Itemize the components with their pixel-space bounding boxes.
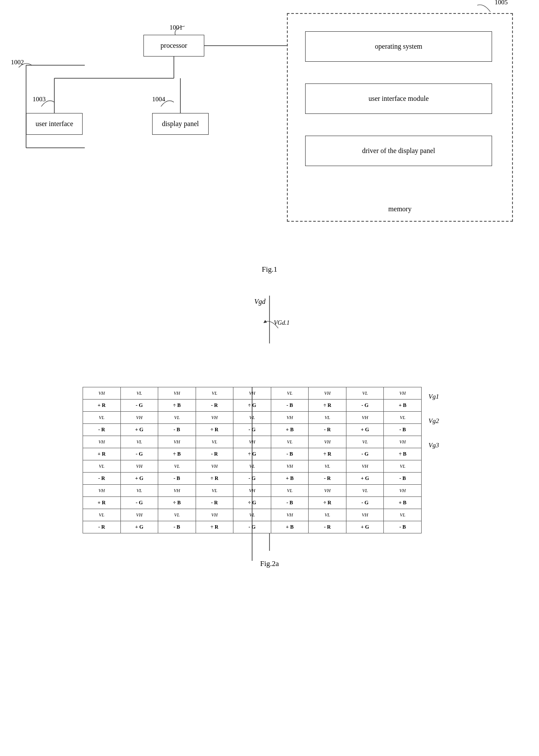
- grid-cell: VH: [83, 387, 121, 400]
- grid-cell: VH: [346, 412, 384, 424]
- grid-cell: VL: [120, 436, 158, 448]
- vh-row: VLVHVLVHVLVHVLVHVL: [83, 412, 422, 424]
- memory-label: memory: [288, 205, 512, 213]
- grid-cell: VH: [196, 509, 233, 521]
- grid-cell: + B: [271, 473, 309, 485]
- data-row: - R+ G- B÷ R- G+ B- R+ G- B: [83, 521, 422, 533]
- grid-cell: - B: [384, 521, 422, 533]
- grid-cell: VL: [233, 509, 271, 521]
- grid-cell: VH: [384, 485, 422, 497]
- grid-cell: ÷ G: [233, 400, 271, 412]
- grid-cell: - B: [271, 497, 309, 509]
- grid-cell: + B: [271, 424, 309, 436]
- fig2-diagram: Vgd VGd.1 VHVLVHVLVHVLVHVLVH+ R- G÷ B- R…: [0, 283, 539, 581]
- data-row: + R- G÷ B- R÷ G- B÷ R- G÷ B: [83, 448, 422, 460]
- driver-label: driver of the display panel: [362, 147, 435, 155]
- grid-cell: VL: [196, 387, 233, 400]
- grid-cell: - B: [384, 473, 422, 485]
- os-box: operating system: [305, 31, 492, 62]
- grid-cell: VL: [271, 387, 309, 400]
- user-interface-label: user interface: [36, 120, 73, 128]
- grid-cell: ÷ R: [309, 448, 346, 460]
- data-row: - R+ G- B÷ R- G+ B- R+ G- B: [83, 424, 422, 436]
- grid-cell: VL: [158, 412, 196, 424]
- grid-cell: VL: [346, 436, 384, 448]
- grid-cell: - R: [83, 473, 121, 485]
- grid-cell: VH: [271, 509, 309, 521]
- vh-row: VHVLVHVLVHVLVHVLVH: [83, 436, 422, 448]
- grid-cell: VH: [309, 387, 346, 400]
- grid-cell: ÷ G: [233, 448, 271, 460]
- grid-cell: - R: [196, 497, 233, 509]
- grid-cell: ÷ R: [196, 473, 233, 485]
- vg2-label: Vg2: [429, 417, 439, 425]
- grid-cell: VH: [384, 436, 422, 448]
- ui-module-box: user interface module: [305, 83, 492, 114]
- grid-cell: + G: [346, 424, 384, 436]
- grid-cell: VH: [196, 412, 233, 424]
- grid-cell: VH: [384, 387, 422, 400]
- grid-cell: + G: [120, 521, 158, 533]
- grid-cell: - B: [158, 424, 196, 436]
- grid-cell: - G: [346, 497, 384, 509]
- grid-cell: ÷ B: [158, 400, 196, 412]
- grid-cell: VH: [83, 436, 121, 448]
- grid-cell: VH: [83, 485, 121, 497]
- grid-cell: VL: [120, 485, 158, 497]
- grid-cell: + R: [83, 448, 121, 460]
- grid-cell: ÷ R: [309, 497, 346, 509]
- grid-cell: VH: [271, 460, 309, 473]
- grid-cell: VH: [346, 509, 384, 521]
- grid-cell: VH: [233, 387, 271, 400]
- grid-cell: VL: [309, 412, 346, 424]
- grid-cell: + G: [120, 424, 158, 436]
- vh-row: VHVLVHVLVHVLVHVLVH: [83, 485, 422, 497]
- grid-cell: VH: [346, 460, 384, 473]
- grid-cell: ÷ B: [158, 448, 196, 460]
- vgd-vertical-line-bottom: [100, 533, 439, 551]
- grid-cell: - R: [83, 521, 121, 533]
- grid-cell: ÷ R: [196, 521, 233, 533]
- vh-row: VLVHVLVHVLVHVLVHVL: [83, 509, 422, 521]
- user-interface-box: user interface: [26, 113, 83, 135]
- grid-cell: - B: [271, 400, 309, 412]
- grid-cell: VL: [384, 412, 422, 424]
- pixel-grid-table: VHVLVHVLVHVLVHVLVH+ R- G÷ B- R÷ G- B÷ R-…: [83, 387, 422, 533]
- grid-cell: VL: [233, 412, 271, 424]
- grid-cell: ÷ G: [233, 497, 271, 509]
- grid-cell: - R: [83, 424, 121, 436]
- grid-cell: VH: [196, 460, 233, 473]
- grid-cell: VL: [309, 460, 346, 473]
- data-row: + R- G÷ B- R÷ G- B÷ R- G+ B: [83, 400, 422, 412]
- grid-wrapper: VHVLVHVLVHVLVHVLVH+ R- G÷ B- R÷ G- B÷ R-…: [65, 387, 439, 533]
- grid-cell: VL: [384, 509, 422, 521]
- grid-cell: VH: [271, 412, 309, 424]
- grid-cell: + R: [83, 400, 121, 412]
- grid-cell: VH: [120, 460, 158, 473]
- driver-box: driver of the display panel: [305, 136, 492, 166]
- vh-row: VHVLVHVLVHVLVHVLVH: [83, 387, 422, 400]
- grid-cell: VL: [83, 509, 121, 521]
- grid-cell: - R: [309, 473, 346, 485]
- data-row: + R- G÷ B- R÷ G- B÷ R- G+ B: [83, 497, 422, 509]
- grid-cell: - G: [346, 448, 384, 460]
- data-row: - R+ G- B÷ R- G+ B- R+ G- B: [83, 473, 422, 485]
- ui-module-label: user interface module: [369, 95, 429, 103]
- grid-cell: VH: [120, 509, 158, 521]
- grid-cell: VL: [309, 509, 346, 521]
- grid-cell: + G: [346, 473, 384, 485]
- processor-label: processor: [160, 42, 187, 50]
- grid-cell: VL: [271, 485, 309, 497]
- grid-cell: + G: [346, 521, 384, 533]
- grid-cell: VH: [309, 436, 346, 448]
- vg1-label: Vg1: [429, 393, 439, 400]
- fig2-caption: Fig.2a: [0, 560, 539, 581]
- ref-1002-arrow: [17, 59, 34, 72]
- grid-cell: VL: [271, 436, 309, 448]
- memory-outer-box: 1005 operating system user interface mod…: [287, 13, 513, 222]
- vgd-vertical-line-top: [100, 296, 439, 343]
- grid-cell: + B: [384, 400, 422, 412]
- grid-cell: VH: [120, 412, 158, 424]
- vh-row: VLVHVLVHVLVHVLVHVL: [83, 460, 422, 473]
- grid-cell: VL: [384, 460, 422, 473]
